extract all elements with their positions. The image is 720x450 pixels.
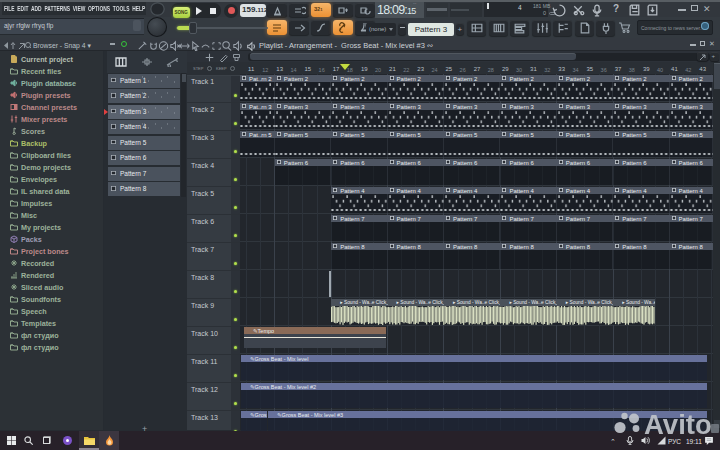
svg-text:Avito: Avito <box>644 409 712 438</box>
